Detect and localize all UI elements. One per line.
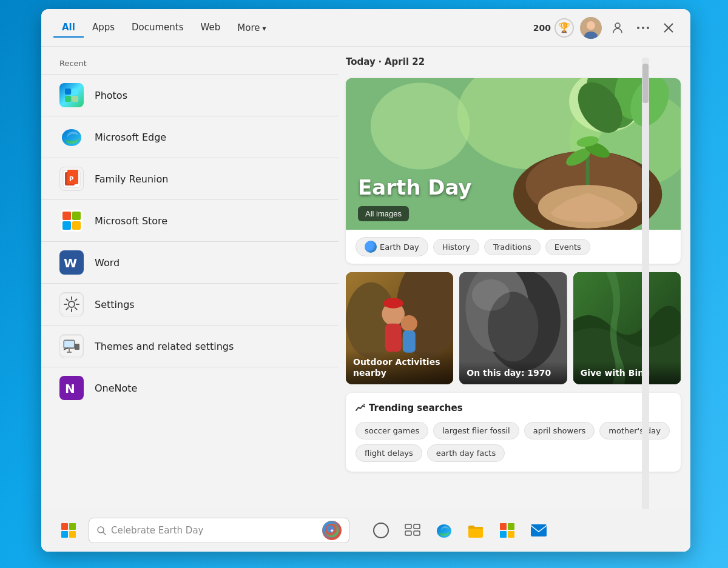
photos-icon [59, 83, 84, 107]
trend-largest-flier-fossil[interactable]: largest flier fossil [433, 422, 519, 439]
trend-mothers-day[interactable]: mother's day [599, 422, 670, 439]
taskbar-file-explorer-button[interactable] [462, 517, 489, 544]
scrollbar-track[interactable] [642, 58, 649, 530]
card-bing[interactable]: Give with Bing [573, 272, 681, 384]
svg-rect-71 [61, 531, 68, 538]
left-sidebar: Recent Photos [41, 47, 339, 552]
svg-rect-79 [414, 524, 420, 529]
earth-day-card[interactable]: Earth Day All images Earth Day History T… [346, 78, 681, 264]
trophy-icon[interactable]: 🏆 [554, 18, 574, 38]
trend-flight-delays[interactable]: flight delays [356, 444, 422, 462]
tag-earthday[interactable]: Earth Day [356, 237, 428, 256]
account-icon[interactable] [608, 18, 627, 38]
svg-rect-11 [65, 96, 71, 102]
tab-documents[interactable]: Documents [123, 18, 192, 38]
app-item-store[interactable]: Microsoft Store [41, 199, 339, 241]
date-separator: · [379, 56, 382, 67]
trend-soccer-games[interactable]: soccer games [356, 422, 428, 439]
taskbar-edge-button[interactable] [431, 517, 457, 544]
tag-events[interactable]: Events [545, 239, 590, 255]
search-bar[interactable]: Celebrate Earth Day ✦ [89, 518, 349, 543]
svg-rect-70 [69, 523, 76, 530]
app-item-word[interactable]: W Word [41, 241, 339, 283]
earth-day-image: Earth Day All images [346, 78, 681, 230]
avatar[interactable] [580, 17, 602, 39]
store-icon [59, 209, 84, 233]
svg-point-5 [647, 27, 649, 29]
card-onthisday[interactable]: On this day: 1970 [459, 272, 567, 384]
trending-title: Trending searches [356, 403, 671, 413]
word-icon: W [59, 250, 84, 275]
svg-text:✦: ✦ [329, 527, 334, 534]
svg-rect-78 [405, 524, 411, 529]
svg-rect-9 [65, 89, 71, 95]
all-images-button[interactable]: All images [358, 206, 409, 221]
app-item-photos[interactable]: Photos [41, 74, 339, 116]
app-name-themes: Themes and related settings [95, 341, 234, 352]
svg-rect-19 [62, 212, 71, 220]
app-item-themes[interactable]: Themes and related settings [41, 325, 339, 367]
onenote-icon: N [59, 376, 84, 400]
windows-start-button[interactable] [53, 515, 84, 546]
svg-point-37 [371, 82, 470, 169]
svg-point-1 [587, 21, 595, 30]
svg-text:W: W [64, 256, 77, 270]
tab-more[interactable]: More [229, 19, 274, 37]
scrollbar-thumb[interactable] [642, 64, 649, 103]
svg-point-3 [637, 27, 639, 29]
more-options-icon[interactable] [633, 18, 653, 38]
outdoor-card-label: Outdoor Activities nearby [346, 350, 453, 384]
app-item-family-reunion[interactable]: P Family Reunion [41, 158, 339, 199]
top-nav: All Apps Documents Web More 200 🏆 [41, 9, 690, 47]
app-name-photos: Photos [95, 90, 127, 101]
main-content: Recent Photos [41, 47, 690, 552]
svg-rect-30 [75, 344, 79, 350]
nav-tabs: All Apps Documents Web More [53, 18, 533, 38]
trending-icon [356, 403, 365, 413]
trending-tags: soccer games largest flier fossil april … [356, 422, 671, 462]
svg-rect-12 [72, 96, 78, 102]
trending-title-text: Trending searches [369, 403, 463, 413]
bing-search-badge: ✦ [322, 521, 342, 540]
svg-text:P: P [69, 176, 73, 182]
svg-point-4 [642, 27, 644, 29]
search-panel: All Apps Documents Web More 200 🏆 [41, 9, 690, 552]
svg-rect-84 [500, 523, 507, 530]
trend-earth-day-facts[interactable]: earth day facts [427, 444, 505, 462]
tab-all[interactable]: All [53, 18, 84, 38]
taskbar-task-view-button[interactable] [399, 517, 426, 544]
tag-history[interactable]: History [433, 239, 479, 255]
app-name-edge: Microsoft Edge [95, 132, 166, 143]
small-cards-row: Outdoor Activities nearby [346, 272, 681, 384]
app-item-settings[interactable]: Settings [41, 283, 339, 325]
taskbar: Celebrate Earth Day ✦ [41, 509, 690, 552]
app-name-onenote: OneNote [95, 383, 137, 394]
trend-april-showers[interactable]: april showers [524, 422, 595, 439]
edge-icon [59, 125, 84, 149]
bing-card-label: Give with Bing [573, 361, 681, 384]
app-item-edge[interactable]: Microsoft Edge [41, 116, 339, 158]
svg-rect-80 [405, 531, 411, 535]
nav-right: 200 🏆 [533, 17, 678, 39]
svg-rect-22 [72, 221, 81, 230]
svg-text:N: N [65, 381, 75, 396]
taskbar-store-button[interactable] [494, 517, 521, 544]
svg-point-66 [472, 279, 510, 311]
trending-section: Trending searches soccer games largest f… [346, 393, 681, 472]
points-value: 200 [533, 23, 551, 33]
taskbar-mail-button[interactable] [525, 517, 552, 544]
ppt-icon: P [59, 167, 84, 191]
tag-history-label: History [442, 242, 470, 252]
tag-traditions[interactable]: Traditions [484, 239, 541, 255]
taskbar-cortana-button[interactable] [368, 517, 394, 544]
svg-rect-61 [387, 298, 400, 306]
date-header: Today · April 22 [346, 56, 681, 70]
card-outdoor[interactable]: Outdoor Activities nearby [346, 272, 453, 384]
app-item-onenote[interactable]: N OneNote [41, 367, 339, 409]
tab-web[interactable]: Web [192, 18, 229, 38]
tab-apps[interactable]: Apps [84, 18, 123, 38]
chevron-down-icon [262, 22, 266, 33]
close-button[interactable] [659, 18, 678, 38]
tag-events-label: Events [554, 242, 581, 252]
app-name-family-reunion: Family Reunion [95, 173, 168, 185]
